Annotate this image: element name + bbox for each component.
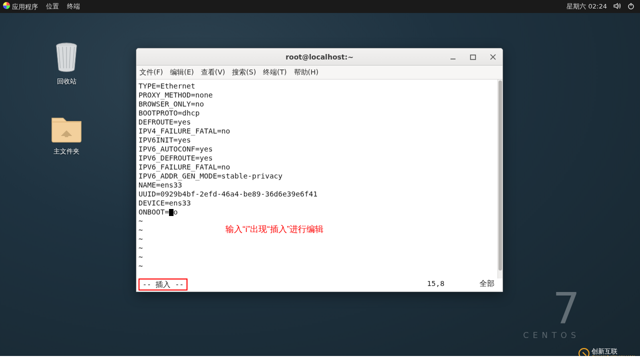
top-panel: 应用程序 位置 终端 星期六 02:24 [0, 0, 640, 13]
svg-rect-3 [65, 134, 68, 138]
minimize-button[interactable] [446, 52, 460, 62]
home-label: 主文件夹 [44, 147, 89, 156]
vim-statusline: -- 插入 -- 15,8 全部 [136, 278, 502, 292]
vim-scope: 全部 [480, 278, 494, 290]
centos-version: 7 [523, 291, 580, 326]
panel-left: 应用程序 位置 终端 [0, 2, 80, 12]
volume-icon[interactable] [613, 2, 621, 12]
vim-mode: -- 插入 -- [138, 278, 188, 290]
maximize-button[interactable] [466, 52, 480, 62]
centos-name: CENTOS [523, 330, 580, 340]
terminal-window: root@localhost:~ 文件(F) 编辑(E) 查看(V) 搜索(S)… [136, 48, 503, 292]
desktop-home-folder[interactable]: 主文件夹 [44, 109, 89, 156]
centos-watermark: 7 CENTOS [523, 291, 580, 340]
apps-menu[interactable]: 应用程序 [3, 2, 38, 12]
window-titlebar[interactable]: root@localhost:~ [136, 48, 502, 66]
panel-right: 星期六 02:24 [566, 2, 640, 12]
desktop-trash[interactable]: 回收站 [44, 39, 89, 86]
clock[interactable]: 星期六 02:24 [566, 2, 607, 11]
menu-edit[interactable]: 编辑(E) [170, 68, 194, 77]
trash-icon [48, 39, 84, 75]
terminal-content[interactable]: TYPE=Ethernet PROXY_METHOD=none BROWSER_… [138, 80, 502, 278]
trash-label: 回收站 [44, 77, 89, 86]
window-title: root@localhost:~ [286, 53, 354, 61]
bottom-strip [0, 356, 640, 364]
gnome-logo-icon [3, 2, 10, 9]
menu-file[interactable]: 文件(F) [140, 68, 163, 77]
menu-view[interactable]: 查看(V) [201, 68, 226, 77]
menu-search[interactable]: 搜索(S) [232, 68, 256, 77]
terminal-menu[interactable]: 终端 [67, 2, 80, 11]
menu-terminal[interactable]: 终端(T) [263, 68, 286, 77]
scrollbar[interactable] [498, 80, 502, 278]
terminal-body[interactable]: TYPE=Ethernet PROXY_METHOD=none BROWSER_… [136, 80, 502, 278]
power-icon[interactable] [627, 2, 635, 12]
annotation-text: 输入“i”出现“插入”进行编辑 [226, 224, 324, 235]
folder-home-icon [48, 109, 84, 145]
svg-rect-5 [470, 55, 476, 60]
places-menu[interactable]: 位置 [46, 2, 59, 11]
apps-label: 应用程序 [12, 3, 38, 10]
close-button[interactable] [486, 52, 500, 62]
menu-help[interactable]: 帮助(H) [294, 68, 318, 77]
window-controls [446, 48, 500, 65]
cxhl-main: 创新互联 [592, 348, 618, 355]
vim-cursor-pos: 15,8 [427, 278, 444, 290]
scrollbar-thumb[interactable] [498, 80, 502, 270]
terminal-menubar: 文件(F) 编辑(E) 查看(V) 搜索(S) 终端(T) 帮助(H) [136, 66, 502, 80]
